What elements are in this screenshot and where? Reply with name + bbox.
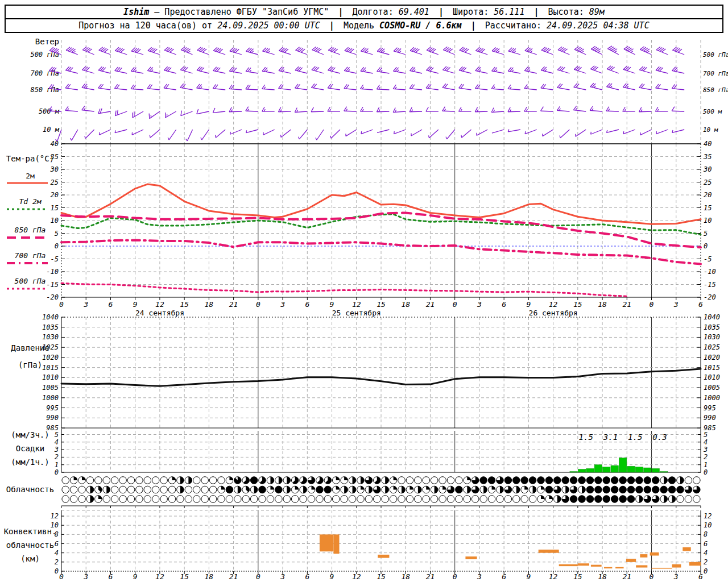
svg-text:8: 8 [704, 530, 708, 538]
svg-text:12: 12 [352, 300, 361, 309]
svg-text:24 сентября: 24 сентября [135, 309, 184, 317]
svg-text:5: 5 [704, 230, 708, 238]
svg-text:12: 12 [549, 300, 558, 309]
svg-text:500 м: 500 м [703, 108, 722, 115]
svg-text:1010: 1010 [704, 373, 720, 381]
svg-text:0: 0 [704, 567, 708, 575]
svg-text:21: 21 [622, 572, 631, 581]
svg-text:700 гПа: 700 гПа [703, 70, 728, 77]
convective-cloud-block [591, 565, 602, 567]
svg-text:1015: 1015 [42, 364, 59, 372]
svg-text:25 сентября: 25 сентября [332, 309, 381, 317]
svg-text:-15: -15 [704, 281, 716, 289]
svg-text:1025: 1025 [42, 343, 59, 351]
svg-text:0: 0 [256, 572, 260, 581]
svg-text:995: 995 [46, 404, 59, 412]
svg-text:-5: -5 [704, 255, 712, 263]
svg-text:1020: 1020 [704, 354, 720, 361]
precip-bar [635, 467, 643, 472]
convective-panel: 121210108866442200 [51, 510, 712, 575]
svg-text:0: 0 [59, 300, 64, 309]
svg-text:9: 9 [330, 300, 334, 309]
svg-text:18: 18 [598, 572, 607, 581]
svg-text:4: 4 [704, 549, 708, 557]
svg-text:18: 18 [205, 300, 214, 309]
svg-text:12: 12 [51, 512, 59, 520]
precip-bar [586, 468, 594, 472]
convective-cloud-block [465, 556, 477, 559]
svg-text:9: 9 [330, 572, 334, 581]
precip-bar [660, 472, 667, 472]
svg-text:12: 12 [155, 300, 164, 309]
svg-text:40: 40 [704, 140, 712, 148]
svg-text:6: 6 [305, 300, 309, 309]
svg-text:3: 3 [83, 572, 88, 581]
svg-text:6: 6 [502, 300, 506, 309]
svg-text:3: 3 [673, 572, 679, 581]
svg-text:21: 21 [426, 300, 435, 309]
precip-bar [603, 467, 610, 472]
convective-cloud-block [559, 564, 578, 566]
svg-text:995: 995 [704, 404, 716, 412]
svg-text:0.3: 0.3 [652, 433, 667, 442]
svg-text:0: 0 [704, 468, 708, 476]
svg-text:1010: 1010 [42, 373, 59, 381]
svg-text:10: 10 [704, 521, 712, 529]
svg-text:15: 15 [377, 300, 386, 309]
convective-cloud-block [320, 534, 333, 551]
wind-panel: 500 гПа500 гПа700 гПа700 гПа850 гПа850 г… [30, 40, 728, 144]
svg-text:12: 12 [704, 512, 712, 520]
precip-bar [627, 466, 635, 472]
svg-text:3: 3 [673, 300, 679, 309]
svg-text:4: 4 [55, 549, 59, 557]
convective-cloud-block [615, 567, 623, 568]
svg-text:1: 1 [55, 461, 59, 469]
convective-cloud-block [640, 554, 647, 558]
svg-text:1000: 1000 [42, 394, 59, 402]
svg-text:1040: 1040 [42, 313, 59, 321]
svg-text:500 гПа: 500 гПа [703, 51, 728, 59]
svg-text:-5: -5 [51, 255, 59, 263]
precip-panel: 5544332211001.53.11.50.3 [54, 429, 708, 476]
convective-cloud-block [333, 534, 339, 554]
svg-text:5: 5 [704, 431, 708, 439]
svg-text:0: 0 [256, 300, 260, 309]
svg-text:10 м: 10 м [43, 126, 60, 134]
svg-text:-10: -10 [46, 268, 59, 276]
svg-text:0: 0 [55, 242, 59, 250]
svg-text:30: 30 [703, 165, 712, 173]
svg-text:-20: -20 [704, 293, 716, 301]
svg-text:18: 18 [401, 300, 410, 309]
svg-text:6: 6 [704, 540, 708, 548]
svg-text:1005: 1005 [704, 384, 720, 392]
convective-cloud-block [672, 564, 681, 568]
svg-text:10: 10 [704, 217, 712, 225]
cloud-panel [61, 477, 701, 508]
svg-text:1030: 1030 [42, 333, 59, 341]
svg-text:2: 2 [704, 453, 708, 461]
svg-text:1040: 1040 [704, 313, 720, 321]
svg-text:6: 6 [109, 300, 113, 309]
meteogram-page: Ishim – Предоставлено ФГБУ "ЗапСиб УГМС"… [0, 0, 728, 582]
precip-bar [594, 465, 602, 472]
svg-text:3: 3 [280, 300, 285, 309]
svg-text:0: 0 [453, 300, 457, 309]
svg-text:1015: 1015 [704, 364, 720, 372]
svg-text:-10: -10 [704, 268, 716, 276]
svg-text:1030: 1030 [704, 333, 720, 341]
svg-text:5: 5 [55, 230, 59, 238]
svg-text:18: 18 [401, 572, 410, 581]
convective-cloud-block [652, 568, 672, 569]
svg-text:15: 15 [377, 572, 386, 581]
temperature-panel: 40403535303025252020151510105500-5-5-10-… [7, 140, 716, 301]
svg-text:-15: -15 [46, 281, 59, 289]
svg-text:500 гПа: 500 гПа [30, 51, 59, 59]
svg-text:10: 10 [51, 217, 59, 225]
svg-text:1020: 1020 [42, 354, 59, 361]
convective-cloud-block [578, 563, 589, 566]
svg-text:35: 35 [703, 153, 712, 161]
svg-text:2: 2 [55, 558, 59, 566]
svg-text:9: 9 [526, 300, 531, 309]
svg-text:21: 21 [426, 572, 435, 581]
svg-text:21: 21 [229, 300, 238, 309]
